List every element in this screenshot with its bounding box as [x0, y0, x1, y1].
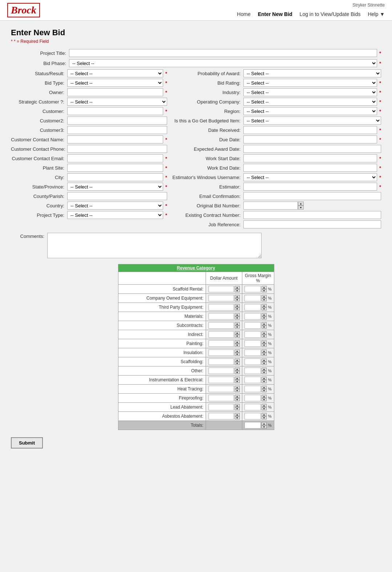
amount-spinner[interactable]: ▲ ▼ [235, 349, 240, 356]
spin-up[interactable]: ▲ [262, 358, 267, 362]
spin-up[interactable]: ▲ [262, 295, 267, 298]
amount-spinner[interactable]: ▲ ▼ [235, 404, 240, 410]
spin-down[interactable]: ▼ [262, 316, 267, 320]
revenue-amount-input[interactable] [209, 377, 234, 383]
nav-login[interactable]: Log in to View/Update Bids [300, 11, 361, 17]
revenue-margin-input[interactable] [245, 313, 261, 320]
nav-home[interactable]: Home [237, 11, 250, 17]
spin-up[interactable]: ▲ [262, 386, 267, 389]
spin-down[interactable]: ▼ [235, 289, 240, 292]
county-input[interactable] [67, 192, 167, 200]
spin-up[interactable]: ▲ [235, 313, 240, 316]
customer2-input[interactable] [67, 117, 167, 125]
spin-down[interactable]: ▼ [262, 289, 267, 292]
amount-spinner[interactable]: ▲ ▼ [235, 322, 240, 329]
spin-up[interactable]: ▲ [298, 202, 304, 206]
city-input[interactable] [67, 173, 163, 181]
spin-down[interactable]: ▼ [235, 416, 240, 419]
revenue-amount-input[interactable] [209, 368, 234, 374]
customer-input[interactable] [67, 107, 163, 115]
contact-name-input[interactable] [67, 135, 163, 143]
revenue-margin-input[interactable] [245, 322, 261, 329]
industry-select[interactable]: -- Select -- [243, 88, 377, 96]
spin-up[interactable]: ▲ [262, 340, 267, 344]
bid-phase-select[interactable]: -- Select -- [69, 59, 377, 67]
spin-up[interactable]: ▲ [262, 395, 267, 398]
spin-down[interactable]: ▼ [262, 353, 267, 356]
amount-spinner[interactable]: ▲ ▼ [235, 340, 240, 347]
revenue-margin-input[interactable] [245, 404, 261, 410]
margin-spinner[interactable]: ▲ ▼ [262, 304, 267, 311]
work-start-date-input[interactable] [243, 154, 377, 162]
margin-spinner[interactable]: ▲ ▼ [262, 404, 267, 410]
spin-down[interactable]: ▼ [235, 398, 240, 401]
job-reference-input[interactable] [243, 220, 381, 228]
spin-up[interactable]: ▲ [235, 404, 240, 407]
margin-spinner[interactable]: ▲ ▼ [262, 331, 267, 338]
spin-down[interactable]: ▼ [262, 307, 267, 311]
spin-up[interactable]: ▲ [262, 413, 267, 416]
spin-down[interactable]: ▼ [235, 298, 240, 301]
spin-down[interactable]: ▼ [235, 316, 240, 320]
spin-down[interactable]: ▼ [235, 371, 240, 374]
revenue-amount-input[interactable] [209, 395, 234, 401]
margin-spinner[interactable]: ▲ ▼ [262, 413, 267, 419]
revenue-amount-input[interactable] [209, 295, 234, 301]
spin-up[interactable]: ▲ [262, 286, 267, 289]
project-title-input[interactable] [69, 49, 377, 57]
revenue-margin-input[interactable] [245, 358, 261, 365]
spin-down[interactable]: ▼ [262, 325, 267, 329]
submit-button[interactable]: Submit [11, 437, 43, 449]
plant-site-input[interactable] [67, 164, 163, 172]
region-select[interactable]: -- Select -- [243, 107, 377, 115]
spin-down[interactable]: ▼ [235, 334, 240, 338]
margin-spinner[interactable]: ▲ ▼ [262, 395, 267, 401]
margin-spinner[interactable]: ▲ ▼ [262, 422, 267, 429]
revenue-amount-input[interactable] [209, 340, 234, 347]
original-bid-number-input[interactable] [243, 202, 298, 210]
existing-contract-input[interactable] [243, 211, 381, 219]
amount-spinner[interactable]: ▲ ▼ [235, 313, 240, 320]
spin-up[interactable]: ▲ [262, 304, 267, 307]
spin-down[interactable]: ▼ [235, 307, 240, 311]
spin-up[interactable]: ▲ [235, 322, 240, 325]
margin-spinner[interactable]: ▲ ▼ [262, 349, 267, 356]
spin-down[interactable]: ▼ [262, 371, 267, 374]
spin-down[interactable]: ▼ [262, 425, 267, 429]
spin-up[interactable]: ▲ [262, 349, 267, 353]
contact-phone-input[interactable] [67, 145, 167, 153]
revenue-margin-input[interactable] [245, 286, 261, 292]
nav-help[interactable]: Help ▼ [368, 11, 385, 17]
revenue-amount-input[interactable] [209, 331, 234, 338]
contact-email-input[interactable] [67, 154, 163, 162]
spin-up[interactable]: ▲ [262, 422, 267, 425]
spin-down[interactable]: ▼ [235, 325, 240, 329]
revenue-margin-input[interactable] [245, 386, 261, 392]
estimator-username-select[interactable]: -- Select -- [243, 173, 377, 181]
amount-spinner[interactable]: ▲ ▼ [235, 358, 240, 365]
estimator-input[interactable] [243, 183, 377, 191]
revenue-margin-input[interactable] [245, 422, 261, 429]
amount-spinner[interactable]: ▲ ▼ [235, 386, 240, 392]
spin-down[interactable]: ▼ [235, 353, 240, 356]
margin-spinner[interactable]: ▲ ▼ [262, 295, 267, 301]
spin-down[interactable]: ▼ [298, 206, 304, 210]
amount-spinner[interactable]: ▲ ▼ [235, 304, 240, 311]
spin-down[interactable]: ▼ [262, 407, 267, 410]
expected-award-date-input[interactable] [243, 145, 381, 153]
country-select[interactable]: -- Select -- [67, 202, 163, 210]
spin-down[interactable]: ▼ [235, 407, 240, 410]
nav-enter-new-bid[interactable]: Enter New Bid [258, 11, 292, 17]
comments-textarea[interactable] [47, 233, 262, 258]
bid-rating-select[interactable]: -- Select -- [243, 79, 377, 87]
spin-up[interactable]: ▲ [235, 377, 240, 380]
amount-spinner[interactable]: ▲ ▼ [235, 295, 240, 301]
spin-up[interactable]: ▲ [235, 340, 240, 344]
spin-up[interactable]: ▲ [262, 331, 267, 334]
strategic-customer-select[interactable]: -- Select -- [67, 98, 167, 106]
spin-up[interactable]: ▲ [262, 377, 267, 380]
amount-spinner[interactable]: ▲ ▼ [235, 395, 240, 401]
revenue-margin-input[interactable] [245, 395, 261, 401]
amount-spinner[interactable]: ▲ ▼ [235, 331, 240, 338]
spin-down[interactable]: ▼ [262, 416, 267, 419]
